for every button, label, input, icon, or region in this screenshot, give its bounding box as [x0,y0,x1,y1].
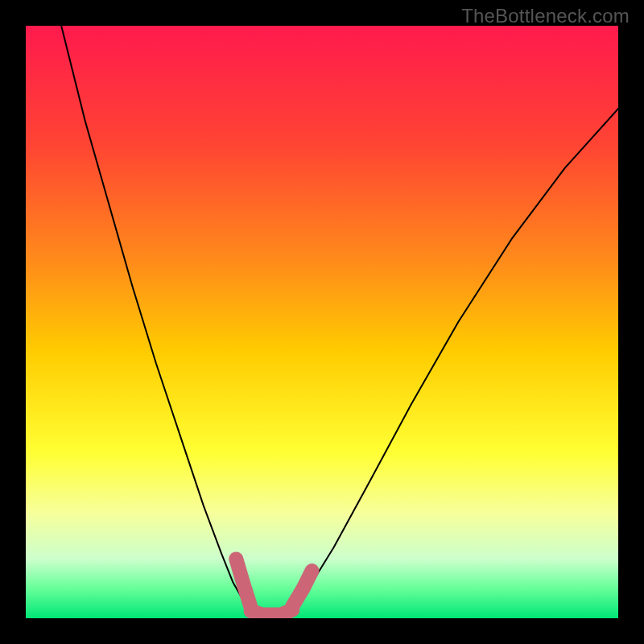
series-bottom-mid-overlay [251,610,293,615]
watermark-text: TheBottleneck.com [461,5,630,27]
chart-frame: TheBottleneck.com [0,0,644,644]
bottleneck-v-chart [26,26,618,618]
chart-background [26,26,618,618]
